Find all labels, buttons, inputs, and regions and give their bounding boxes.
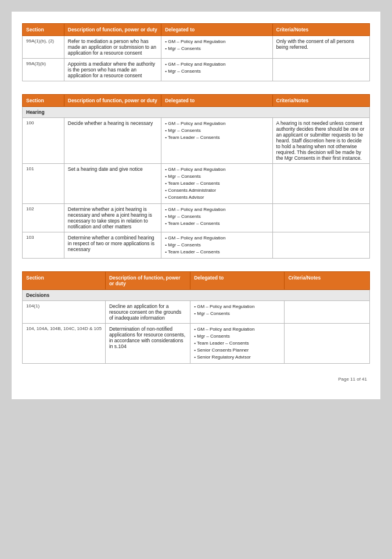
header-criteria-1: Criteria/Notes <box>272 24 369 36</box>
list-item: Mgr – Consents <box>165 68 268 75</box>
table-2: Section Description of function, power o… <box>22 94 370 259</box>
list-item: Consents Administrator <box>165 187 268 194</box>
section-cell: 104, 104A, 104B, 104C, 104D & 105 <box>23 324 106 364</box>
section-cell: 100 <box>23 118 64 164</box>
desc-cell: Appoints a mediator where the authority … <box>64 59 161 81</box>
header-section-3: Section <box>23 272 106 290</box>
delegated-cell: GM – Policy and Regulation Mgr – Consent… <box>190 301 285 324</box>
table-row: 104(1) Decline an application for a reso… <box>23 301 370 324</box>
list-item: Senior Consents Planner <box>194 347 280 354</box>
table-row: 101 Set a hearing date and give notice G… <box>23 164 370 204</box>
list-item: GM – Policy and Regulation <box>194 326 280 333</box>
desc-cell: Decide whether a hearing is necessary <box>64 118 161 164</box>
list-item: GM – Policy and Regulation <box>165 235 268 242</box>
table-1: Section Description of function, power o… <box>22 23 370 81</box>
list-item: Senior Regulatory Advisor <box>194 354 280 361</box>
table-row: 102 Determine whether a joint hearing is… <box>23 204 370 232</box>
list-item: GM – Policy and Regulation <box>165 61 268 68</box>
section-header-row: Hearing <box>23 107 370 118</box>
header-delegated-2: Delegated to <box>161 95 272 107</box>
list-item: Team Leader – Consents <box>165 134 268 141</box>
list-item: Mgr – Consents <box>165 213 268 220</box>
list-item: Mgr – Consents <box>165 242 268 249</box>
criteria-cell <box>272 232 369 259</box>
list-item: Mgr – Consents <box>194 333 280 340</box>
table-row: 99A(1)(b), (2) Refer to mediation a pers… <box>23 36 370 59</box>
section-cell: 102 <box>23 204 64 232</box>
desc-cell: Refer to mediation a person who has made… <box>64 36 161 59</box>
section-cell: 103 <box>23 232 64 259</box>
list-item: GM – Policy and Regulation <box>165 166 268 173</box>
delegated-cell: GM – Policy and Regulation Mgr – Consent… <box>161 204 272 232</box>
criteria-cell <box>272 204 369 232</box>
table-block-1: Section Description of function, power o… <box>22 23 370 81</box>
list-item: Team Leader – Consents <box>194 340 280 347</box>
section-cell: 99A(1)(b), (2) <box>23 36 64 59</box>
table-3: Section Description of function, power o… <box>22 271 370 364</box>
list-item: GM – Policy and Regulation <box>165 120 268 127</box>
criteria-cell <box>285 301 370 324</box>
header-criteria-3: Criteria/Notes <box>285 272 370 290</box>
delegated-cell: GM – Policy and Regulation Mgr – Consent… <box>161 36 272 59</box>
section-cell: 99A(3)(b) <box>23 59 64 81</box>
header-section-2: Section <box>23 95 64 107</box>
table-row: 99A(3)(b) Appoints a mediator where the … <box>23 59 370 81</box>
list-item: GM – Policy and Regulation <box>165 206 268 213</box>
header-criteria-2: Criteria/Notes <box>272 95 369 107</box>
list-item: Mgr – Consents <box>165 173 268 180</box>
list-item: Team Leader – Consents <box>165 249 268 256</box>
header-desc-3: Description of function, power or duty <box>105 272 190 290</box>
list-item: GM – Policy and Regulation <box>194 303 280 310</box>
delegated-cell: GM – Policy and Regulation Mgr – Consent… <box>190 324 285 364</box>
criteria-cell <box>285 324 370 364</box>
delegated-cell: GM – Policy and Regulation Mgr – Consent… <box>161 164 272 204</box>
header-desc-1: Description of function, power or duty <box>64 24 161 36</box>
section-cell: 104(1) <box>23 301 106 324</box>
list-item: Team Leader – Consents <box>165 220 268 227</box>
section-header-label: Hearing <box>23 107 370 118</box>
section-header-row: Decisions <box>23 290 370 301</box>
criteria-cell <box>272 164 369 204</box>
table-block-3: Section Description of function, power o… <box>22 271 370 364</box>
desc-cell: Set a hearing date and give notice <box>64 164 161 204</box>
desc-cell: Decline an application for a resource co… <box>105 301 190 324</box>
delegated-cell: GM – Policy and Regulation Mgr – Consent… <box>161 118 272 164</box>
page-footer: Page 11 of 41 <box>22 377 370 382</box>
list-item: Mgr – Consents <box>194 310 280 317</box>
criteria-cell: Only with the consent of all persons bei… <box>272 36 369 59</box>
desc-cell: Determine whether a combined hearing in … <box>64 232 161 259</box>
list-item: Mgr – Consents <box>165 45 268 52</box>
table-block-2: Section Description of function, power o… <box>22 94 370 259</box>
list-item: Team Leader – Consents <box>165 180 268 187</box>
header-delegated-3: Delegated to <box>190 272 285 290</box>
list-item: Mgr – Consents <box>165 127 268 134</box>
list-item: GM – Policy and Regulation <box>165 38 268 45</box>
delegated-cell: GM – Policy and Regulation Mgr – Consent… <box>161 232 272 259</box>
header-section-1: Section <box>23 24 64 36</box>
desc-cell: Determination of non-notified applicatio… <box>105 324 190 364</box>
criteria-cell <box>272 59 369 81</box>
list-item: Consents Advisor <box>165 194 268 201</box>
header-delegated-1: Delegated to <box>161 24 272 36</box>
header-desc-2: Description of function, power or duty <box>64 95 161 107</box>
table-row: 103 Determine whether a combined hearing… <box>23 232 370 259</box>
table-row: 100 Decide whether a hearing is necessar… <box>23 118 370 164</box>
page-container: Section Description of function, power o… <box>12 12 380 399</box>
criteria-cell: A hearing is not needed unless consent a… <box>272 118 369 164</box>
section-header-label: Decisions <box>23 290 370 301</box>
delegated-cell: GM – Policy and Regulation Mgr – Consent… <box>161 59 272 81</box>
page-number: Page 11 of 41 <box>338 377 367 382</box>
table-row: 104, 104A, 104B, 104C, 104D & 105 Determ… <box>23 324 370 364</box>
desc-cell: Determine whether a joint hearing is nec… <box>64 204 161 232</box>
section-cell: 101 <box>23 164 64 204</box>
